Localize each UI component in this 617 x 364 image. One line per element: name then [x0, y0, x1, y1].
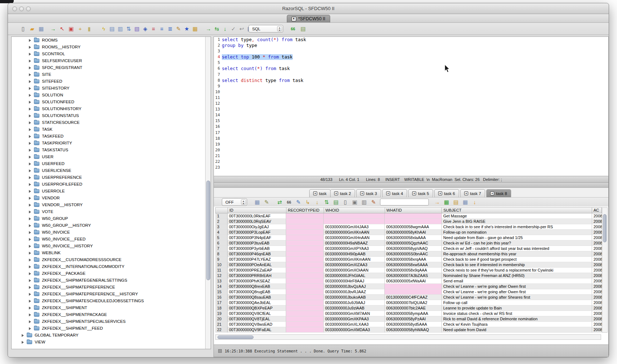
tree-item-userpreference[interactable]: USERPREFERENCE: [12, 174, 211, 181]
tree-item-vendor__history[interactable]: VENDOR__HISTORY: [12, 202, 211, 208]
code-line-18[interactable]: 18: [214, 136, 608, 142]
table-row[interactable]: 1700T3000000QAeJbEAL0033000000Ju9J9AAJ00…: [215, 300, 602, 306]
tab-close-icon[interactable]: ×: [291, 17, 296, 21]
code-line-13[interactable]: 13: [214, 107, 608, 112]
cell-whoid[interactable]: 0033000000GmXPYAA3: [324, 246, 385, 251]
code-line-3[interactable]: 3: [214, 48, 608, 54]
tree-item-sitehistory[interactable]: SITEHISTORY: [12, 85, 211, 92]
tree-item-zkfedex__internationalcommodity[interactable]: ZKFEDEX__INTERNATIONALCOMMODITY: [12, 263, 211, 270]
cell-id[interactable]: 00T3000000P46qnEAB: [228, 251, 286, 257]
cell-subject[interactable]: Follow up call: [442, 300, 592, 306]
column-header-AC[interactable]: AC: [592, 208, 601, 213]
cell-whoid[interactable]: 0033000000GmXLXAA3: [324, 322, 385, 327]
disclosure-triangle-icon[interactable]: [29, 252, 31, 255]
commit-icon[interactable]: ✓: [230, 25, 237, 32]
cell-whoid[interactable]: 0033000000GmXHnAAN: [324, 235, 385, 240]
cell-activitydate[interactable]: 2008: [592, 311, 602, 316]
code-line-23[interactable]: 23: [214, 165, 608, 170]
disclosure-triangle-icon[interactable]: [29, 114, 31, 117]
table-row[interactable]: 1800T3000000QBXPeEAP0033000000Ju9zlAAB00…: [215, 306, 602, 311]
disclosure-triangle-icon[interactable]: [22, 334, 24, 337]
code-line-12[interactable]: 12: [214, 101, 608, 107]
cell-whatid[interactable]: 00630000007blc2AAE: [385, 306, 442, 311]
tree-item-zkfedex__shipment[interactable]: ZKFEDEX__SHIPMENT: [12, 304, 211, 311]
tree-item-vendor[interactable]: VENDOR: [12, 195, 211, 202]
cell-whoid[interactable]: 0033000000GmXMDAA3: [324, 327, 385, 333]
column-header-rownum[interactable]: [215, 208, 228, 213]
grid-vertical-scrollbar[interactable]: [602, 207, 608, 333]
code-line-14[interactable]: 14: [214, 112, 608, 118]
tree-item-zkfedex__shipmatepreference[interactable]: ZKFEDEX__SHIPMATEPREFERENCE: [12, 284, 211, 291]
result-tab-task-6[interactable]: ×task 6: [434, 189, 459, 197]
disclosure-triangle-icon[interactable]: [29, 94, 31, 97]
cell-activitydate[interactable]: 2008: [592, 224, 602, 230]
tree-item-site[interactable]: SITE: [12, 71, 211, 78]
cell-whoid[interactable]: 0033000000HirF8AAJ: [324, 278, 385, 284]
tree-item-view[interactable]: VIEW: [12, 339, 211, 346]
tree-item-zkfedex__shipmatepreference__history[interactable]: ZKFEDEX__SHIPMATEPREFERENCE__HISTORY: [12, 291, 211, 298]
cell-id[interactable]: 00T3000000PRR8rEAH: [228, 273, 286, 278]
cell-whatid[interactable]: 0013000000C4fFCAAZ: [385, 295, 442, 300]
cell-whoid[interactable]: 0033000000H9aNBAAZ: [324, 240, 385, 246]
database-icon[interactable]: ▮: [86, 25, 93, 32]
insert-column-icon[interactable]: ↓: [314, 199, 321, 206]
tree-item-task[interactable]: TASK: [12, 126, 211, 133]
save-results-icon[interactable]: ▦: [254, 199, 261, 206]
cell-recordtypeid[interactable]: [286, 273, 324, 278]
cell-whatid[interactable]: 006300000058yhWAAQ: [385, 327, 442, 333]
tree-item-userprofilefeed[interactable]: USERPROFILEFEED: [12, 181, 211, 188]
tree-item-zkfedex__shipment__feed[interactable]: ZKFEDEX__SHIPMENT__FEED: [12, 325, 211, 332]
cell-activitydate[interactable]: 2008: [592, 230, 602, 235]
cell-whoid[interactable]: 0033000000GmXKPAA3: [324, 316, 385, 322]
tree-item-userlicense[interactable]: USERLICENSE: [12, 167, 211, 174]
table-row[interactable]: 700T3000000P3yrbEAB0033000000GmXPYAA3006…: [215, 246, 602, 251]
cell-whoid[interactable]: [324, 213, 385, 219]
cell-subject[interactable]: Check back in to see if she's interested…: [442, 224, 592, 230]
tab-close-icon[interactable]: ×: [464, 191, 468, 195]
disclosure-triangle-icon[interactable]: [29, 279, 31, 282]
code-line-16[interactable]: 16: [214, 124, 608, 130]
cell-subject[interactable]: Check-in w/ Ed - can he join this year?: [442, 240, 592, 246]
disclosure-triangle-icon[interactable]: [29, 245, 31, 248]
list-tables-icon[interactable]: ≡: [150, 25, 157, 32]
cell-subject[interactable]: Check w/ Leanne - we're going after Owen…: [442, 284, 592, 289]
disclosure-triangle-icon[interactable]: [29, 293, 31, 296]
cell-id[interactable]: 00T3000000L0RqSEAV: [228, 219, 286, 224]
copy-grid-icon[interactable]: ▥: [361, 199, 368, 206]
cell-id[interactable]: 00T3000000L0RknEAF: [228, 213, 286, 219]
cell-subject[interactable]: Leanne to provide update to Bain: [442, 306, 592, 311]
tree-item-taskpriority[interactable]: TASKPRIORITY: [12, 140, 211, 147]
cell-id[interactable]: 00T3000000QV8CfEAL: [228, 311, 286, 316]
cell-id[interactable]: 00T3000000QAeJbEAL: [228, 300, 286, 306]
cell-whoid[interactable]: 0033000000GmXKmAAN: [324, 257, 385, 262]
cell-whatid[interactable]: 00630000005S0bnAAC: [385, 251, 442, 257]
result-tab-task-8[interactable]: ×task 8: [486, 189, 511, 197]
cell-whatid[interactable]: [385, 219, 442, 224]
code-line-15[interactable]: 15: [214, 118, 608, 124]
disclosure-triangle-icon[interactable]: [29, 135, 31, 138]
cell-whoid[interactable]: 0033000000Ju9J9AAJ: [324, 300, 385, 306]
cell-subject[interactable]: Check back to see if good target prospec…: [442, 257, 592, 262]
edit-table-icon[interactable]: ▤: [108, 25, 116, 32]
table-row[interactable]: 2200T3000000QV9FaEAL0033000000GmXMDAA300…: [215, 327, 602, 333]
result-tab-task-4[interactable]: ×task 4: [382, 189, 407, 197]
view-record-icon[interactable]: 66: [285, 199, 293, 206]
filter-results-icon[interactable]: ✎: [263, 199, 270, 206]
code-line-17[interactable]: 17: [214, 130, 608, 136]
table-row[interactable]: 1300T3000000PfvKSEAZ0033000000HirF8AAJ00…: [215, 278, 602, 284]
cell-whatid[interactable]: [385, 289, 442, 295]
cell-whoid[interactable]: 0033000000GmXM7AAN: [324, 311, 385, 316]
edit-sql-icon[interactable]: ✎: [175, 25, 182, 32]
cell-id[interactable]: 00T3000000PREZaEAP: [228, 268, 286, 273]
cell-subject[interactable]: Rick to email David & reference Delmonte…: [442, 316, 592, 322]
tree-item-userfeed[interactable]: USERFEED: [12, 160, 211, 167]
code-line-1[interactable]: 1select type, count(*) from task: [214, 37, 608, 43]
cell-recordtypeid[interactable]: [286, 284, 324, 289]
code-line-6[interactable]: 6select count(*) from task: [214, 66, 608, 72]
disclosure-triangle-icon[interactable]: [29, 108, 31, 110]
cell-recordtypeid[interactable]: [286, 251, 324, 257]
column-header-WHOID[interactable]: WHOID: [324, 208, 385, 213]
cell-id[interactable]: 00T3000000P3N4pEAF: [228, 235, 286, 240]
cell-id[interactable]: 00T3000000P3LopEAF: [228, 230, 286, 235]
disclosure-triangle-icon[interactable]: [29, 80, 31, 83]
